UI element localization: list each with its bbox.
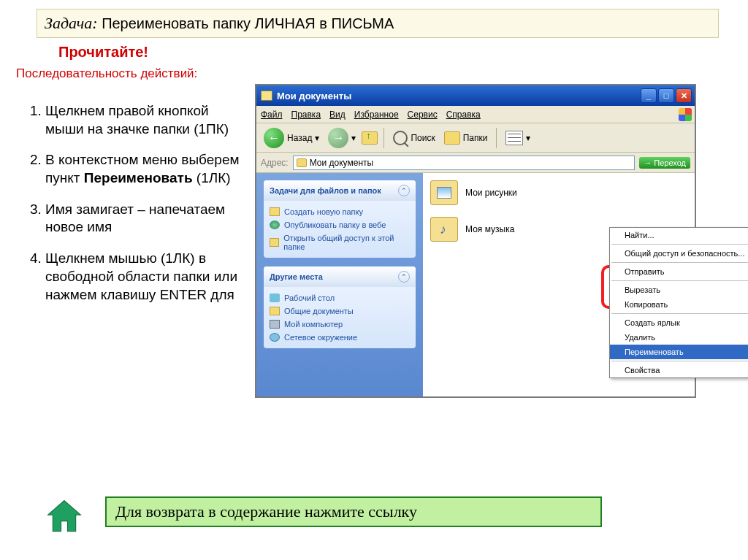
context-menu-item[interactable]: Найти... bbox=[610, 228, 748, 242]
music-icon bbox=[430, 217, 458, 242]
forward-icon: → bbox=[328, 128, 348, 148]
forward-button[interactable]: → ▾ bbox=[325, 126, 359, 150]
sidebar: Задачи для файлов и папок ⌃ Создать нову… bbox=[256, 173, 423, 396]
go-button[interactable]: → Переход bbox=[639, 157, 690, 169]
home-button[interactable] bbox=[44, 496, 85, 537]
context-menu-item[interactable]: Общий доступ и безопасность... bbox=[610, 246, 748, 261]
menu-help[interactable]: Справка bbox=[446, 110, 481, 120]
back-button[interactable]: ← Назад ▾ bbox=[261, 126, 322, 150]
address-label: Адрес: bbox=[261, 158, 289, 168]
back-icon: ← bbox=[264, 128, 284, 148]
footer-link[interactable]: Для возврата в содержание нажмите ссылку bbox=[105, 496, 602, 527]
context-menu-item[interactable]: Свойства bbox=[610, 363, 748, 377]
search-icon bbox=[393, 131, 408, 145]
task-prefix: Задача: bbox=[45, 14, 98, 32]
context-menu-item[interactable]: Создать ярлык bbox=[610, 315, 748, 330]
windows-logo-icon bbox=[679, 108, 692, 121]
explorer-window: Мои документы _ □ ✕ Файл Правка Вид Избр… bbox=[255, 84, 696, 398]
address-input[interactable]: Мои документы bbox=[293, 156, 636, 170]
sequence-label: Последовательность действий: bbox=[16, 66, 748, 81]
minimize-button[interactable]: _ bbox=[641, 88, 657, 103]
instruction-step: Щелкнем правой кнопкой мыши на значке па… bbox=[45, 102, 240, 138]
instruction-step: Имя замигает – напечатаем новое имя bbox=[45, 201, 240, 237]
menu-view[interactable]: Вид bbox=[329, 110, 346, 120]
task-text: Переименовать папку ЛИЧНАЯ в ПИСЬМА bbox=[102, 15, 394, 31]
place-network[interactable]: Сетевое окружение bbox=[270, 331, 410, 344]
addressbar: Адрес: Мои документы → Переход bbox=[256, 153, 695, 173]
context-menu-item[interactable]: Копировать bbox=[610, 297, 748, 312]
task-bar: Задача: Переименовать папку ЛИЧНАЯ в ПИС… bbox=[37, 9, 719, 38]
instructions-list: Щелкнем правой кнопкой мыши на значке па… bbox=[20, 102, 240, 317]
folder-icon bbox=[261, 91, 272, 101]
tasks-header[interactable]: Задачи для файлов и папок ⌃ bbox=[264, 180, 416, 201]
my-pictures-folder[interactable]: Мои рисунки bbox=[430, 180, 687, 205]
places-panel: Другие места ⌃ Рабочий стол Общие докуме… bbox=[264, 266, 416, 348]
context-menu-item[interactable]: Отправить▶ bbox=[610, 264, 748, 279]
read-warning: Прочитайте! bbox=[58, 44, 748, 61]
context-menu: Найти...Общий доступ и безопасность...От… bbox=[609, 227, 748, 378]
folders-button[interactable]: Папки bbox=[441, 130, 491, 146]
place-desktop[interactable]: Рабочий стол bbox=[270, 291, 410, 304]
instruction-step: В контекстном меню выберем пункт Переиме… bbox=[45, 151, 240, 187]
up-button[interactable] bbox=[362, 131, 378, 145]
task-new-folder[interactable]: Создать новую папку bbox=[270, 205, 410, 218]
window-title: Мои документы bbox=[277, 91, 639, 101]
folder-icon bbox=[297, 158, 307, 167]
menubar: Файл Правка Вид Избранное Сервис Справка bbox=[256, 106, 695, 123]
views-button[interactable]: ▾ bbox=[503, 129, 533, 147]
views-icon bbox=[505, 131, 523, 145]
place-my-computer[interactable]: Мой компьютер bbox=[270, 318, 410, 331]
context-menu-item[interactable]: Переименовать bbox=[610, 345, 748, 359]
pictures-icon bbox=[430, 180, 458, 205]
menu-file[interactable]: Файл bbox=[261, 110, 283, 120]
folders-icon bbox=[444, 131, 460, 145]
places-header[interactable]: Другие места ⌃ bbox=[264, 266, 416, 287]
menu-favorites[interactable]: Избранное bbox=[354, 110, 399, 120]
tasks-panel: Задачи для файлов и папок ⌃ Создать нову… bbox=[264, 180, 416, 258]
menu-edit[interactable]: Правка bbox=[291, 110, 321, 120]
collapse-icon[interactable]: ⌃ bbox=[398, 185, 410, 196]
svg-marker-0 bbox=[48, 501, 81, 532]
collapse-icon[interactable]: ⌃ bbox=[398, 271, 410, 283]
task-publish[interactable]: Опубликовать папку в вебе bbox=[270, 218, 410, 231]
titlebar[interactable]: Мои документы _ □ ✕ bbox=[256, 85, 695, 106]
task-share[interactable]: Открыть общий доступ к этой папке bbox=[270, 231, 410, 253]
close-button[interactable]: ✕ bbox=[676, 88, 692, 103]
place-shared-docs[interactable]: Общие документы bbox=[270, 304, 410, 318]
menu-tools[interactable]: Сервис bbox=[408, 110, 438, 120]
context-menu-item[interactable]: Вырезать bbox=[610, 283, 748, 297]
context-menu-item[interactable]: Удалить bbox=[610, 330, 748, 345]
search-button[interactable]: Поиск bbox=[390, 129, 438, 147]
instruction-step: Щелкнем мышью (1ЛК) в свободной области … bbox=[45, 250, 240, 304]
toolbar: ← Назад ▾ → ▾ Поиск Папки ▾ bbox=[256, 123, 695, 153]
maximize-button[interactable]: □ bbox=[658, 88, 674, 103]
